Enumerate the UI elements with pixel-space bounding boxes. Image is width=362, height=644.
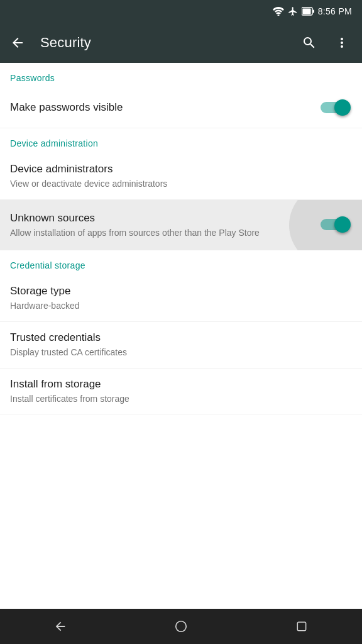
list-item-text: Device administrators View or deactivate… (10, 162, 352, 191)
back-button[interactable] (3, 28, 33, 58)
unknown-sources-title: Unknown sources (10, 211, 319, 225)
svg-rect-5 (297, 622, 305, 630)
nav-recent-button[interactable] (283, 609, 321, 644)
list-item-trusted-credentials[interactable]: Trusted credentials Display trusted CA c… (0, 322, 362, 369)
back-arrow-icon (10, 35, 25, 50)
install-from-storage-subtitle: Install certificates from storage (10, 393, 352, 406)
content-area: Passwords Make passwords visible Device … (0, 63, 362, 609)
section-passwords: Passwords Make passwords visible (0, 63, 362, 128)
nav-recent-icon (295, 620, 308, 633)
nav-back-icon (53, 619, 67, 633)
toolbar: Security (0, 23, 362, 63)
unknown-sources-subtitle: Allow installation of apps from sources … (10, 227, 319, 240)
list-item-text: Install from storage Install certificate… (10, 377, 352, 406)
navigation-bar (0, 609, 362, 644)
list-item-storage-type[interactable]: Storage type Hardware-backed (0, 275, 362, 322)
make-passwords-visible-toggle[interactable] (319, 99, 352, 118)
battery-icon (302, 7, 314, 16)
nav-home-button[interactable] (162, 609, 200, 644)
section-header-passwords: Passwords (0, 63, 362, 88)
toggle-container (319, 216, 352, 235)
more-vert-icon (334, 35, 349, 50)
toolbar-title: Security (40, 35, 289, 51)
toggle-thumb (334, 216, 351, 233)
search-button[interactable] (294, 28, 324, 58)
status-time: 8:56 PM (318, 6, 352, 16)
svg-rect-3 (302, 9, 310, 14)
device-administrators-title: Device administrators (10, 162, 352, 176)
list-item-make-passwords-visible[interactable]: Make passwords visible (0, 88, 362, 128)
make-passwords-visible-title: Make passwords visible (10, 101, 319, 114)
section-header-credential-storage: Credential storage (0, 250, 362, 275)
trusted-credentials-title: Trusted credentials (10, 331, 352, 345)
nav-back-button[interactable] (41, 609, 79, 644)
toolbar-actions (294, 28, 357, 58)
list-item-text: Unknown sources Allow installation of ap… (10, 211, 319, 240)
svg-point-0 (277, 14, 279, 16)
install-from-storage-title: Install from storage (10, 377, 352, 391)
section-header-device-administration: Device administration (0, 128, 362, 153)
storage-type-title: Storage type (10, 284, 352, 298)
toggle-thumb (334, 99, 351, 116)
list-item-device-administrators[interactable]: Device administrators View or deactivate… (0, 153, 362, 200)
svg-rect-2 (312, 10, 314, 13)
list-item-text: Storage type Hardware-backed (10, 284, 352, 313)
list-item-text: Make passwords visible (10, 101, 319, 114)
device-administrators-subtitle: View or deactivate device administrators (10, 178, 352, 191)
status-bar: 8:56 PM (0, 0, 362, 23)
list-item-install-from-storage[interactable]: Install from storage Install certificate… (0, 369, 362, 415)
nav-home-icon (174, 619, 188, 633)
wifi-icon (273, 7, 284, 16)
status-icons: 8:56 PM (273, 6, 352, 16)
unknown-sources-toggle[interactable] (319, 216, 352, 235)
list-item-unknown-sources[interactable]: Unknown sources Allow installation of ap… (0, 200, 362, 251)
list-item-text: Trusted credentials Display trusted CA c… (10, 331, 352, 359)
storage-type-subtitle: Hardware-backed (10, 300, 352, 313)
more-options-button[interactable] (327, 28, 357, 58)
search-icon (302, 35, 317, 50)
trusted-credentials-subtitle: Display trusted CA certificates (10, 347, 352, 359)
section-device-administration: Device administration Device administrat… (0, 128, 362, 250)
airplane-icon (288, 6, 298, 16)
svg-point-4 (176, 621, 187, 632)
section-credential-storage: Credential storage Storage type Hardware… (0, 250, 362, 414)
